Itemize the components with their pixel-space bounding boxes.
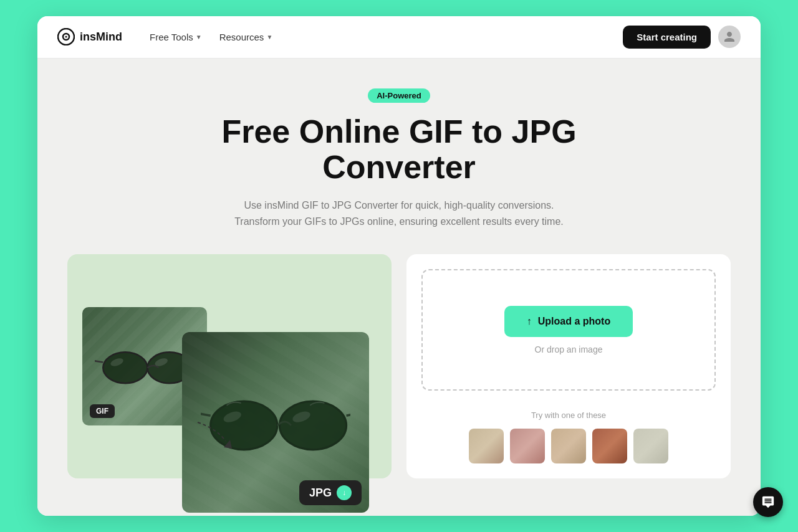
user-icon: [723, 31, 736, 43]
svg-line-5: [95, 360, 103, 363]
preview-images: GIF: [82, 307, 377, 425]
upload-panel: ↑ Upload a photo Or drop an image Try wi…: [406, 254, 731, 478]
sample-thumb-1[interactable]: [469, 429, 504, 463]
start-creating-button[interactable]: Start creating: [623, 26, 711, 49]
sample-thumb-3[interactable]: [551, 429, 586, 463]
hero-title: Free Online GIF to JPG Converter: [67, 114, 731, 185]
svg-line-12: [201, 412, 211, 416]
logo[interactable]: insMind: [57, 28, 122, 45]
logo-text: insMind: [80, 31, 122, 44]
navbar: insMind Free Tools ▼ Resources ▼ Start c…: [37, 16, 761, 59]
hero-section: AI-Powered Free Online GIF to JPG Conver…: [67, 88, 731, 230]
jpg-badge-text: JPG: [309, 487, 332, 500]
chat-icon: [761, 495, 775, 509]
free-tools-label: Free Tools: [150, 32, 193, 42]
sunglasses-gif-svg: [95, 344, 195, 389]
converter-section: GIF: [67, 254, 731, 478]
chat-bubble-button[interactable]: [753, 487, 783, 517]
upload-button-label: Upload a photo: [538, 316, 610, 327]
jpg-badge: JPG ↓: [299, 480, 362, 505]
ai-badge: AI-Powered: [368, 88, 430, 103]
svg-point-3: [103, 352, 147, 383]
nav-free-tools[interactable]: Free Tools ▼: [142, 27, 209, 47]
sample-thumb-2[interactable]: [510, 429, 545, 463]
download-arrow-icon: ↓: [337, 485, 352, 500]
drop-text: Or drop an image: [535, 344, 603, 354]
nav-items: Free Tools ▼ Resources ▼: [142, 27, 623, 47]
logo-icon: [57, 28, 75, 45]
main-content: AI-Powered Free Online GIF to JPG Conver…: [37, 59, 761, 516]
hero-subtitle: Use insMind GIF to JPG Converter for qui…: [224, 197, 574, 229]
chevron-down-icon: ▼: [266, 34, 272, 40]
sample-thumbs: [469, 429, 668, 463]
hero-title-line2: Converter: [322, 149, 476, 185]
svg-line-13: [347, 412, 350, 416]
upload-photo-button[interactable]: ↑ Upload a photo: [504, 306, 633, 337]
svg-point-11: [279, 401, 346, 450]
gif-badge: GIF: [90, 404, 115, 418]
nav-right: Start creating: [623, 26, 741, 49]
upload-dropzone[interactable]: ↑ Upload a photo Or drop an image: [421, 269, 716, 391]
sample-thumb-4[interactable]: [592, 429, 627, 463]
nav-resources[interactable]: Resources ▼: [212, 27, 281, 47]
resources-label: Resources: [219, 32, 264, 42]
chevron-down-icon: ▼: [196, 34, 202, 40]
svg-point-2: [65, 36, 67, 38]
try-samples-section: Try with one of these: [421, 411, 716, 463]
try-label: Try with one of these: [531, 411, 606, 420]
avatar[interactable]: [718, 26, 741, 48]
upload-icon: ↑: [527, 316, 532, 327]
sample-thumb-5[interactable]: [633, 429, 668, 463]
hero-title-line1: Free Online GIF to JPG: [221, 113, 576, 150]
preview-panel: GIF: [67, 254, 392, 478]
dashed-arrow: [191, 416, 241, 456]
